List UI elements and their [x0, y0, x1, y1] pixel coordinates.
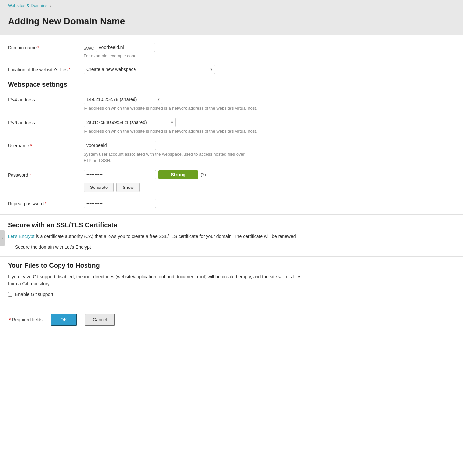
- ipv4-control: 149.210.252.78 (shared) ▾ IP address on …: [84, 95, 455, 111]
- repeat-password-label: Repeat password*: [8, 199, 84, 207]
- breadcrumb: Websites & Domains ›: [0, 0, 463, 11]
- form-content: Domain name* www. For example, example.c…: [0, 35, 463, 208]
- username-row: Username* System user account associated…: [8, 141, 455, 163]
- required-star: *: [37, 45, 39, 50]
- password-btn-group: Generate Show: [84, 183, 455, 192]
- ipv4-row: IPv4 address 149.210.252.78 (shared) ▾ I…: [8, 95, 455, 111]
- domain-name-row: Domain name* www. For example, example.c…: [8, 43, 455, 58]
- ssl-desc: Let's Encrypt is a certificate authority…: [8, 233, 304, 240]
- breadcrumb-separator: ›: [50, 3, 51, 8]
- show-button[interactable]: Show: [116, 183, 140, 192]
- footer-required-star: *: [9, 317, 11, 322]
- lets-encrypt-link[interactable]: Let's Encrypt: [8, 234, 35, 239]
- location-select-wrapper: Create a new webspace ▾: [84, 65, 215, 74]
- webspace-settings-heading: Webspace settings: [8, 81, 455, 88]
- repeat-password-input[interactable]: [84, 199, 156, 208]
- repeat-password-row: Repeat password*: [8, 199, 455, 208]
- footer-bar: * Required fields OK Cancel: [0, 307, 463, 336]
- side-collapse-tab[interactable]: ‹: [0, 230, 5, 246]
- repeat-password-control: [84, 199, 455, 208]
- domain-prefix: www.: [84, 44, 94, 51]
- password-required-star: *: [29, 172, 31, 178]
- location-select[interactable]: Create a new webspace: [84, 65, 215, 74]
- domain-name-label: Domain name*: [8, 43, 84, 51]
- ssl-checkbox[interactable]: [8, 245, 12, 249]
- username-required-star: *: [30, 143, 32, 148]
- ssl-checkbox-row: Secure the domain with Let's Encrypt: [8, 244, 455, 250]
- repeat-password-required-star: *: [45, 201, 46, 206]
- location-label: Location of the website's files*: [8, 65, 84, 73]
- ipv4-hint: IP address on which the website is hoste…: [84, 105, 268, 111]
- breadcrumb-link[interactable]: Websites & Domains: [8, 3, 47, 8]
- page-title: Adding New Domain Name: [8, 16, 455, 27]
- username-control: System user account associated with the …: [84, 141, 455, 163]
- password-row: Password* Strong (?) Generate Show: [8, 170, 455, 192]
- ipv6-label: IPv6 address: [8, 118, 84, 126]
- location-required-star: *: [69, 67, 70, 72]
- required-fields-text: Required fields: [12, 317, 42, 322]
- git-title: Your Files to Copy to Hosting: [8, 262, 455, 269]
- ok-button[interactable]: OK: [51, 314, 77, 326]
- ipv4-label: IPv4 address: [8, 95, 84, 103]
- ipv6-hint: IP address on which the website is hoste…: [84, 128, 268, 134]
- username-input[interactable]: [84, 141, 156, 150]
- cancel-button[interactable]: Cancel: [85, 314, 115, 326]
- username-hint: System user account associated with the …: [84, 151, 248, 163]
- ssl-checkbox-label[interactable]: Secure the domain with Let's Encrypt: [15, 244, 91, 250]
- password-strength-badge: Strong: [158, 170, 198, 179]
- ipv6-select-wrapper: 2a01:7c8:aa99:54::1 (shared) ▾: [84, 118, 176, 127]
- generate-button[interactable]: Generate: [84, 183, 114, 192]
- page-header: Adding New Domain Name: [0, 11, 463, 35]
- ipv4-select-wrapper: 149.210.252.78 (shared) ▾: [84, 95, 162, 104]
- ipv4-select[interactable]: 149.210.252.78 (shared): [84, 95, 162, 104]
- password-label: Password*: [8, 170, 84, 179]
- username-label: Username*: [8, 141, 84, 149]
- password-control: Strong (?) Generate Show: [84, 170, 455, 192]
- ssl-desc-text: is a certificate authority (CA) that all…: [35, 234, 296, 239]
- git-desc: If you leave Git support disabled, the r…: [8, 273, 304, 287]
- ipv6-row: IPv6 address 2a01:7c8:aa99:54::1 (shared…: [8, 118, 455, 134]
- required-note: * Required fields: [8, 317, 43, 322]
- git-section: Your Files to Copy to Hosting If you lea…: [0, 256, 463, 304]
- domain-name-input[interactable]: [96, 43, 155, 52]
- git-checkbox-label[interactable]: Enable Git support: [15, 292, 53, 297]
- ssl-title: Secure with an SSL/TLS Certificate: [8, 221, 455, 229]
- location-row: Location of the website's files* Create …: [8, 65, 455, 74]
- git-checkbox[interactable]: [8, 292, 12, 297]
- ssl-section: Secure with an SSL/TLS Certificate Let's…: [0, 214, 463, 256]
- domain-input-group: www.: [84, 43, 455, 52]
- location-control: Create a new webspace ▾: [84, 65, 455, 74]
- password-input-row: Strong (?): [84, 170, 455, 179]
- domain-name-hint: For example, example.com: [84, 53, 455, 58]
- password-input[interactable]: [84, 170, 156, 179]
- ipv6-select[interactable]: 2a01:7c8:aa99:54::1 (shared): [84, 118, 176, 127]
- git-checkbox-row: Enable Git support: [8, 292, 455, 297]
- password-help-link[interactable]: (?): [201, 172, 206, 177]
- domain-name-control: www. For example, example.com: [84, 43, 455, 58]
- ipv6-control: 2a01:7c8:aa99:54::1 (shared) ▾ IP addres…: [84, 118, 455, 134]
